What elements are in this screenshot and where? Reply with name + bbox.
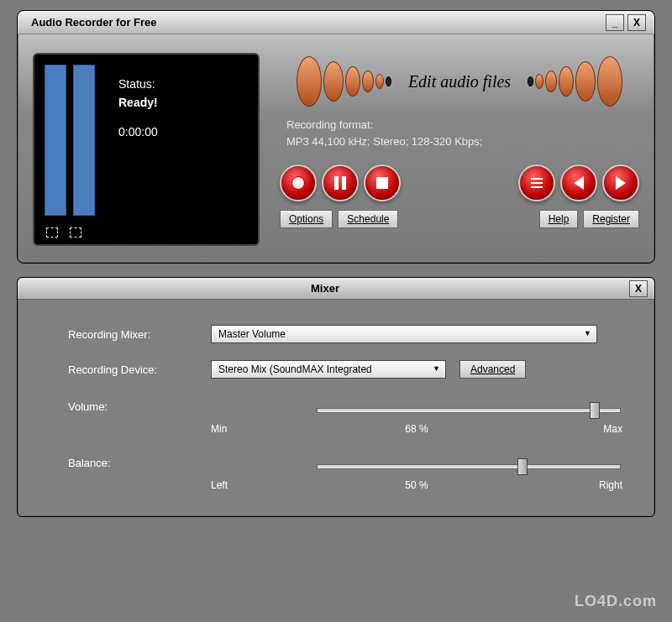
titlebar: Audio Recorder for Free _ X bbox=[18, 11, 654, 34]
format-label: Recording format: bbox=[286, 117, 639, 133]
transport-controls bbox=[280, 165, 639, 201]
app-window: Audio Recorder for Free _ X Status: Read… bbox=[17, 10, 655, 264]
minimize-button[interactable]: _ bbox=[606, 14, 624, 31]
status-value: Ready! bbox=[118, 93, 158, 112]
balance-thumb[interactable] bbox=[517, 458, 528, 475]
level-bar-right bbox=[73, 65, 95, 216]
play-rev-icon bbox=[574, 176, 584, 190]
banner-text: Edit audio files bbox=[408, 72, 511, 91]
mixer-titlebar: Mixer X bbox=[18, 278, 654, 300]
balance-row: Balance: Left 50 % Right bbox=[68, 457, 621, 491]
status-label: Status: bbox=[118, 75, 158, 93]
playlist-button[interactable] bbox=[518, 165, 555, 201]
schedule-button[interactable]: Schedule bbox=[338, 210, 398, 228]
pause-button[interactable] bbox=[322, 165, 359, 201]
window-title: Audio Recorder for Free bbox=[31, 16, 157, 29]
volume-slider[interactable] bbox=[317, 403, 621, 416]
play-back-button[interactable] bbox=[560, 165, 597, 201]
options-button[interactable]: Options bbox=[280, 210, 333, 228]
link-buttons: Options Schedule Help Register bbox=[280, 210, 639, 228]
level-bar-left bbox=[45, 65, 66, 216]
balance-slider[interactable] bbox=[317, 459, 621, 473]
balance-label: Balance: bbox=[68, 457, 174, 469]
status-display: Status: Ready! 0:00:00 bbox=[33, 53, 260, 246]
close-button[interactable]: X bbox=[627, 14, 646, 31]
register-button[interactable]: Register bbox=[583, 210, 639, 228]
meter-scale-icons bbox=[46, 227, 81, 238]
volume-value: 68 % bbox=[211, 423, 622, 435]
right-panel: Edit audio files Recording format: MP3 4… bbox=[280, 53, 639, 246]
advanced-button[interactable]: Advanced bbox=[459, 360, 526, 379]
pause-icon bbox=[334, 176, 346, 190]
mixer-close-button[interactable]: X bbox=[629, 280, 648, 297]
status-time: 0:00:00 bbox=[118, 123, 158, 141]
recording-device-label: Recording Device: bbox=[68, 363, 211, 376]
horn-left-icon bbox=[297, 56, 391, 107]
volume-label: Volume: bbox=[68, 400, 174, 413]
recording-mixer-select[interactable]: Master Volume bbox=[211, 325, 597, 343]
stop-button[interactable] bbox=[364, 165, 401, 201]
volume-thumb[interactable] bbox=[590, 402, 600, 419]
mixer-panel: Mixer X Recording Mixer: Master Volume R… bbox=[17, 277, 655, 517]
play-button[interactable] bbox=[602, 165, 639, 201]
record-button[interactable] bbox=[280, 165, 317, 201]
format-info: Recording format: MP3 44,100 kHz; Stereo… bbox=[286, 117, 639, 149]
balance-value: 50 % bbox=[211, 479, 622, 491]
recording-mixer-label: Recording Mixer: bbox=[68, 328, 211, 341]
help-button[interactable]: Help bbox=[539, 210, 579, 228]
format-value: MP3 44,100 kHz; Stereo; 128-320 Kbps; bbox=[286, 133, 639, 150]
record-icon bbox=[291, 176, 305, 190]
volume-row: Volume: Min 68 % Max bbox=[68, 400, 621, 435]
list-icon bbox=[531, 178, 543, 188]
play-icon bbox=[616, 176, 626, 190]
watermark: LO4D.com bbox=[575, 593, 657, 610]
horn-right-icon bbox=[528, 56, 622, 107]
mixer-title: Mixer bbox=[24, 282, 626, 295]
stop-icon bbox=[376, 177, 388, 189]
top-panel: Status: Ready! 0:00:00 Edit audio files … bbox=[18, 34, 654, 263]
level-meter bbox=[45, 63, 103, 236]
banner[interactable]: Edit audio files bbox=[280, 53, 639, 110]
recording-device-select[interactable]: Stereo Mix (SoundMAX Integrated bbox=[211, 360, 446, 379]
